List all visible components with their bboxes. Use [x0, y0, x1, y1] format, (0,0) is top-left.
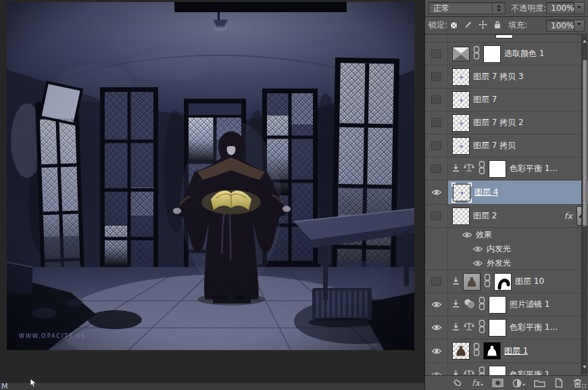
visibility-off-box[interactable]	[431, 277, 441, 286]
fill-input[interactable]: 100%	[546, 20, 574, 32]
layer-row-layer7-copy2[interactable]: 图层 7 拷贝 2	[425, 112, 588, 135]
new-adjustment-layer-button[interactable]	[512, 379, 525, 388]
visibility-toggle[interactable]	[425, 316, 448, 339]
eye-icon[interactable]	[431, 347, 442, 355]
visibility-off-box[interactable]	[431, 49, 441, 58]
visibility-toggle[interactable]	[425, 135, 448, 157]
eye-icon[interactable]	[472, 260, 483, 267]
lock-position-move-icon[interactable]	[479, 19, 487, 32]
eye-icon[interactable]	[431, 301, 442, 308]
visibility-off-box[interactable]	[431, 164, 441, 173]
layer-row-layer10[interactable]: 图层 10	[425, 270, 588, 293]
layer-row-partial-top[interactable]	[425, 35, 588, 43]
scroll-down-arrow-icon[interactable]	[583, 366, 587, 370]
visibility-toggle[interactable]	[425, 363, 448, 375]
visibility-off-box[interactable]	[431, 212, 441, 220]
layer-thumbnail[interactable]	[452, 137, 470, 155]
opacity-dropdown-button[interactable]	[574, 2, 585, 14]
eye-icon[interactable]	[431, 189, 442, 196]
photo-filter-icon[interactable]	[463, 298, 475, 311]
link-layers-button[interactable]	[452, 378, 463, 388]
layer-name[interactable]: 图层 2	[473, 210, 497, 222]
layers-scrollbar[interactable]	[581, 35, 587, 374]
layer-row-layer7-copy[interactable]: 图层 7 拷贝	[425, 135, 588, 157]
layer-thumbnail[interactable]	[452, 68, 470, 86]
scrollbar-thumb[interactable]	[583, 59, 587, 226]
mask-thumbnail[interactable]	[489, 296, 506, 314]
mask-thumbnail[interactable]	[489, 160, 506, 178]
new-layer-button[interactable]	[554, 378, 564, 388]
layer-thumbnail[interactable]	[452, 208, 470, 225]
layer-row-layer2[interactable]: 图层 2 fx	[425, 205, 588, 228]
eye-icon[interactable]	[472, 245, 483, 253]
visibility-off-box[interactable]	[431, 95, 441, 104]
selective-color-icon[interactable]	[452, 47, 470, 62]
mask-thumbnail[interactable]	[489, 366, 506, 375]
layer-row-layer7-copy3[interactable]: 图层 7 拷贝 3	[425, 66, 588, 89]
layer-name[interactable]: 色彩平衡 1	[510, 369, 549, 376]
layer-row-photo-filter-1[interactable]: 照片滤镜 1	[425, 293, 588, 316]
eye-icon[interactable]	[431, 324, 442, 331]
color-balance-icon[interactable]	[463, 368, 475, 376]
layer-name[interactable]: 图层 7 拷贝 2	[473, 117, 524, 128]
layer-name[interactable]: 图层 4	[474, 187, 498, 198]
layer-thumbnail[interactable]	[452, 342, 470, 360]
layer-row-layer7[interactable]: 图层 7	[425, 89, 588, 112]
outer-glow-label[interactable]: 外发光	[487, 258, 511, 269]
new-group-folder-button[interactable]	[534, 379, 545, 387]
visibility-toggle[interactable]	[425, 157, 448, 180]
panel-resize-grip[interactable]	[581, 383, 587, 389]
layer-name[interactable]: 照片滤镜 1	[510, 299, 549, 310]
layer-name[interactable]: 图层 7	[473, 94, 497, 105]
layer-row-color-balance-upper[interactable]: 色彩平衡 1...	[425, 157, 588, 180]
layer-row-color-balance-lower[interactable]: 色彩平衡 1...	[425, 316, 588, 339]
visibility-toggle[interactable]	[425, 66, 448, 88]
layer-thumbnail[interactable]	[452, 91, 470, 109]
inner-glow-row[interactable]: 内发光	[425, 242, 588, 256]
mask-thumbnail[interactable]	[483, 45, 501, 63]
layer-name[interactable]: 图层 7 拷贝 3	[473, 71, 524, 82]
fill-dropdown-button[interactable]	[574, 20, 585, 32]
effects-row[interactable]: 效果	[425, 228, 588, 242]
layer-thumbnail[interactable]	[452, 114, 470, 132]
layer-style-button[interactable]: fx	[472, 379, 483, 387]
lock-pixels-brush-icon[interactable]	[464, 19, 472, 32]
visibility-toggle[interactable]	[425, 89, 448, 111]
mask-thumbnail-arc[interactable]	[494, 273, 512, 291]
outer-glow-row[interactable]: 外发光	[425, 256, 588, 270]
layer-row-layer4-selected[interactable]: 图层 4	[425, 180, 588, 205]
selected-layer-thumbnail[interactable]	[452, 183, 471, 202]
visibility-toggle[interactable]	[425, 339, 448, 362]
mask-thumbnail[interactable]	[489, 319, 506, 337]
eye-icon[interactable]	[462, 231, 472, 239]
layer-row-layer1[interactable]: 图层 1	[425, 339, 588, 363]
layer-row-partial-bottom[interactable]: 色彩平衡 1	[425, 363, 588, 375]
inner-glow-label[interactable]: 内发光	[487, 243, 511, 255]
layer-name[interactable]: 选取颜色 1	[504, 48, 544, 59]
mask-thumbnail[interactable]	[495, 35, 513, 39]
layer-name[interactable]: 图层 7 拷贝	[473, 140, 516, 151]
layer-name[interactable]: 图层 1	[504, 345, 528, 357]
visibility-toggle[interactable]	[425, 293, 448, 316]
color-balance-icon[interactable]	[463, 321, 475, 334]
visibility-toggle[interactable]	[425, 112, 448, 134]
layer-thumbnail[interactable]	[463, 273, 481, 291]
mask-thumbnail-black[interactable]	[483, 342, 501, 360]
visibility-toggle[interactable]	[425, 43, 448, 65]
scroll-up-arrow-icon[interactable]	[583, 38, 587, 43]
layer-name[interactable]: 色彩平衡 1...	[510, 163, 558, 174]
opacity-input[interactable]: 100%	[546, 2, 574, 14]
lock-all-padlock-icon[interactable]	[493, 19, 501, 32]
layer-row-selective-color-1[interactable]: 选取颜色 1	[425, 43, 588, 66]
document-canvas[interactable]: WWW.OPACITY.US	[7, 2, 414, 350]
visibility-toggle[interactable]	[425, 270, 448, 293]
effects-label[interactable]: 效果	[476, 229, 492, 241]
layer-name[interactable]: 色彩平衡 1...	[510, 322, 558, 333]
visibility-off-box[interactable]	[431, 72, 441, 81]
visibility-off-box[interactable]	[431, 118, 441, 127]
visibility-toggle[interactable]	[425, 205, 448, 227]
layer-name[interactable]: 图层 10	[515, 276, 544, 287]
visibility-off-box[interactable]	[431, 141, 441, 150]
add-layer-mask-button[interactable]	[492, 379, 504, 387]
lock-transparency-icon[interactable]	[450, 22, 458, 29]
